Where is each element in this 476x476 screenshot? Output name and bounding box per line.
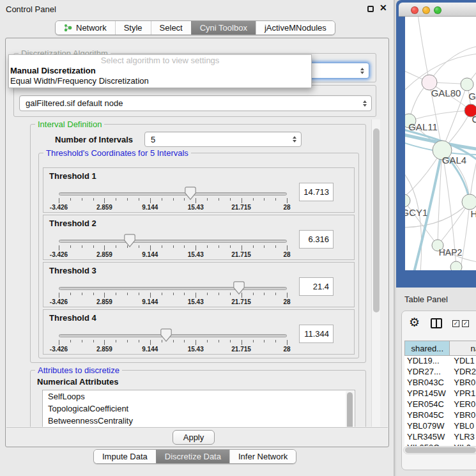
cell-name[interactable]: YBR0 <box>450 378 476 388</box>
column-header-name[interactable]: na <box>450 341 476 356</box>
tab-style[interactable]: Style <box>115 21 151 35</box>
tab-cyni-toolbox[interactable]: Cyni Toolbox <box>191 21 256 35</box>
attribute-list-item[interactable]: TopologicalCoefficient <box>43 403 355 415</box>
settings-scrollbar-thumb[interactable] <box>373 128 380 312</box>
slider-tick-major <box>242 340 242 345</box>
close-icon[interactable]: ✕ <box>380 3 387 13</box>
cell-name[interactable]: YER0 <box>450 399 476 410</box>
checkbox-icon[interactable]: ✓ <box>452 320 459 327</box>
cell-name[interactable]: YDL1 <box>450 356 476 367</box>
network-canvas[interactable]: GAL80GACGAL11GAL4GCY1HHAP2 <box>405 17 476 270</box>
threshold-slider-track[interactable] <box>59 287 287 290</box>
attributes-scrollbar-thumb[interactable] <box>347 392 353 427</box>
table-data-combobox-value: galFiltered.sif default node <box>26 98 123 108</box>
cell-shared-name[interactable]: YDL19... <box>404 356 450 367</box>
table-horizontal-scrollbar[interactable] <box>403 446 476 454</box>
threshold-value-field[interactable] <box>299 277 334 296</box>
interval-definition-group: Interval Definition Number of Intervals … <box>30 124 366 363</box>
attributes-list-scrollbar[interactable] <box>346 391 354 427</box>
threshold-value-field[interactable] <box>299 325 334 343</box>
attribute-list-item[interactable]: BetweennessCentrality <box>43 415 355 427</box>
network-window-titlebar[interactable] <box>399 3 476 17</box>
network-node-bottom-cut[interactable] <box>450 261 462 270</box>
dropdown-item-equal-width-frequency[interactable]: Equal Width/Frequency Discretization <box>9 76 311 86</box>
cell-name[interactable]: YPR1 <box>450 388 476 399</box>
mac-minimize-icon[interactable] <box>422 6 430 14</box>
gear-icon[interactable]: ⚙ <box>409 316 420 328</box>
threshold-value-field[interactable] <box>299 183 334 201</box>
slider-tick-minor <box>230 293 231 295</box>
cell-name[interactable]: YBR0 <box>450 410 476 421</box>
table-scrollbar-thumb[interactable] <box>405 447 476 453</box>
slider-tick-minor <box>184 293 185 295</box>
cell-shared-name[interactable]: YPR145W <box>404 388 450 399</box>
float-window-icon[interactable] <box>367 6 374 12</box>
table-row[interactable]: YBR043CYBR0 <box>404 378 476 388</box>
top-tab-bar: NetworkStyleSelectCyni ToolboxjActiveMNo… <box>55 20 335 35</box>
threshold-slider-thumb[interactable] <box>185 187 196 200</box>
cell-shared-name[interactable]: YDR27... <box>404 367 450 378</box>
cell-name[interactable]: YLR3 <box>450 432 476 443</box>
threshold-slider-thumb[interactable] <box>160 328 172 342</box>
threshold-slider-track[interactable] <box>59 334 287 337</box>
threshold-slider-thumb[interactable] <box>233 281 245 295</box>
table-row[interactable]: YBL079WYBL0 <box>404 421 476 432</box>
network-node-label-H-cut: H <box>471 208 476 219</box>
threshold-slider-track[interactable] <box>59 240 287 243</box>
table-row[interactable]: YLR345WYLR3 <box>404 432 476 443</box>
threshold-slider-thumb[interactable] <box>124 234 135 247</box>
number-of-intervals-combobox[interactable]: 5 <box>144 132 302 147</box>
tab-network[interactable]: Network <box>56 21 115 35</box>
table-row[interactable]: YBR045CYBR0 <box>404 410 476 421</box>
settings-scrollbar[interactable] <box>371 119 380 427</box>
network-graph: GAL80GACGAL11GAL4GCY1HHAP2 <box>405 17 476 270</box>
network-node-GAL-cut[interactable] <box>461 78 473 91</box>
cell-shared-name[interactable]: YBR043C <box>404 378 450 388</box>
slider-tick-major <box>242 198 242 203</box>
checkbox-icon[interactable]: ✓ <box>462 320 469 327</box>
thresholds-coordinates-group: Threshold's Coordinates for 5 Intervals … <box>38 153 359 358</box>
network-edge <box>418 17 429 82</box>
cell-shared-name[interactable]: YBR045C <box>404 410 450 421</box>
slider-tick-minor <box>139 340 139 342</box>
mac-zoom-icon[interactable] <box>434 6 441 14</box>
slider-tick-major <box>150 245 151 250</box>
table-row[interactable]: YDR27...YDR2 <box>404 367 476 378</box>
cell-shared-name[interactable]: YLR345W <box>404 432 450 443</box>
tab-jactivemnodules[interactable]: jActiveMNodules <box>256 21 335 35</box>
slider-tick-minor <box>230 198 231 201</box>
slider-tick-major <box>59 293 59 298</box>
apply-button[interactable]: Apply <box>173 430 215 445</box>
table-row[interactable]: YER054CYER0 <box>404 399 476 410</box>
slider-tick-label: 28 <box>283 251 290 258</box>
slider-tick-minor <box>207 293 208 295</box>
network-node-H-cut[interactable] <box>462 194 476 210</box>
cell-name[interactable]: YDR2 <box>450 367 476 378</box>
dropdown-item-manual-discretization[interactable]: Manual Discretization <box>9 66 311 76</box>
threshold-value-field[interactable] <box>299 230 334 249</box>
cell-shared-name[interactable]: YBL079W <box>404 421 450 432</box>
cell-name[interactable]: YBL0 <box>450 421 476 432</box>
dropdown-placeholder-item[interactable]: Select algorithm to view settings <box>9 56 311 66</box>
threshold-label: Threshold 1 <box>49 171 96 181</box>
bottom-tab-impute-data[interactable]: Impute Data <box>94 450 156 463</box>
slider-tick-minor <box>173 340 174 342</box>
cell-shared-name[interactable]: YER054C <box>404 399 450 410</box>
threshold-slider-track[interactable] <box>59 192 287 196</box>
table-panel: Table Panel ⚙ ✓ ✓ shared... na YDL19...Y… <box>396 288 476 476</box>
slider-tick-minor <box>82 245 82 248</box>
bottom-tab-discretize-data[interactable]: Discretize Data <box>156 450 229 463</box>
tab-select[interactable]: Select <box>151 21 191 35</box>
table-row[interactable]: YDL19...YDL1 <box>404 356 476 367</box>
bottom-tab-infer-network[interactable]: Infer Network <box>229 450 296 463</box>
split-view-icon[interactable] <box>431 318 442 328</box>
numerical-attributes-list[interactable]: SelfLoopsTopologicalCoefficientBetweenne… <box>42 390 355 427</box>
network-node-GCY1[interactable] <box>405 194 410 207</box>
mac-close-icon[interactable] <box>411 6 418 14</box>
table-data-combobox[interactable]: galFiltered.sif default node <box>19 95 372 111</box>
table-row[interactable]: YPR145WYPR1 <box>404 388 476 399</box>
group-title-interval-definition: Interval Definition <box>35 119 104 129</box>
column-header-shared-name[interactable]: shared... <box>404 341 450 356</box>
attribute-list-item[interactable]: SelfLoops <box>43 390 355 403</box>
slider-tick-major <box>287 293 288 298</box>
